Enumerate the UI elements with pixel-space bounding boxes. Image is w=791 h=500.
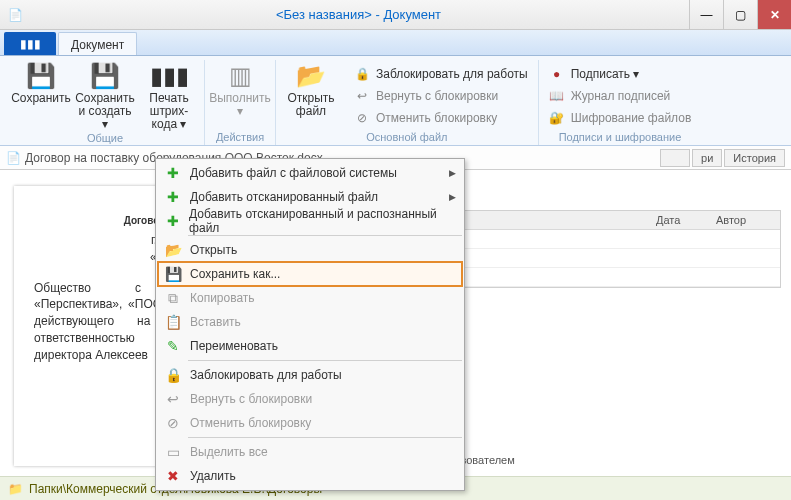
save-icon: 💾 <box>26 62 56 90</box>
sign-button[interactable]: ●Подписать ▾ <box>545 64 696 84</box>
return-icon: ↩ <box>354 89 370 103</box>
folder-open-icon: 📂 <box>296 62 326 90</box>
save-and-create-button[interactable]: 💾Сохранить и создать ▾ <box>76 60 134 132</box>
context-menu: ✚Добавить файл с файловой системы▶ ✚Доба… <box>155 158 465 491</box>
close-button[interactable]: ✕ <box>757 0 791 29</box>
ctx-copy[interactable]: ⧉Копировать <box>158 286 462 310</box>
group-label: Общие <box>12 132 198 146</box>
ctx-rename[interactable]: ✎Переименовать <box>158 334 462 358</box>
minitab-history[interactable]: История <box>724 149 785 167</box>
chevron-right-icon: ▶ <box>449 168 456 178</box>
save-create-icon: 💾 <box>90 62 120 90</box>
tab-document[interactable]: Документ <box>58 32 137 55</box>
stamp-icon: ● <box>549 67 565 81</box>
open-file-button[interactable]: 📂Открыть файл <box>282 60 340 128</box>
print-barcode-button[interactable]: ▮▮▮Печать штрих-кода ▾ <box>140 60 198 132</box>
journal-icon: 📖 <box>549 89 565 103</box>
group-label: Действия <box>211 131 269 145</box>
return-from-lock-button[interactable]: ↩Вернуть с блокировки <box>350 86 532 106</box>
open-icon: 📂 <box>164 242 182 258</box>
ctx-unlock-cancel[interactable]: ⊘Отменить блокировку <box>158 411 462 435</box>
select-all-icon: ▭ <box>164 444 182 460</box>
ctx-select-all[interactable]: ▭Выделить все <box>158 440 462 464</box>
ctx-paste[interactable]: 📋Вставить <box>158 310 462 334</box>
maximize-button[interactable]: ▢ <box>723 0 757 29</box>
window-title: <Без названия> - Документ <box>28 7 689 22</box>
minimize-button[interactable]: — <box>689 0 723 29</box>
return-icon: ↩ <box>164 391 182 407</box>
doc-icon: 📄 <box>6 151 21 165</box>
barcode-icon: ▮▮▮ <box>150 62 189 90</box>
execute-icon: ▥ <box>229 62 252 90</box>
save-icon: 💾 <box>164 266 182 282</box>
folder-icon: 📁 <box>8 482 23 496</box>
lock-icon: 🔐 <box>549 111 565 125</box>
group-label: Основной файл <box>282 131 532 145</box>
cancel-icon: ⊘ <box>354 111 370 125</box>
ctx-add-scan[interactable]: ✚Добавить отсканированный файл▶ <box>158 185 462 209</box>
minitab[interactable] <box>660 149 690 167</box>
col-author[interactable]: Автор <box>710 211 780 229</box>
paste-icon: 📋 <box>164 314 182 330</box>
group-label: Подписи и шифрование <box>545 131 696 145</box>
cancel-lock-button[interactable]: ⊘Отменить блокировку <box>350 108 532 128</box>
encrypt-button[interactable]: 🔐Шифрование файлов <box>545 108 696 128</box>
ctx-unlock-return[interactable]: ↩Вернуть с блокировки <box>158 387 462 411</box>
signature-journal-button[interactable]: 📖Журнал подписей <box>545 86 696 106</box>
minitab[interactable]: ри <box>692 149 722 167</box>
delete-icon: ✖ <box>164 468 182 484</box>
save-button[interactable]: 💾Сохранить <box>12 60 70 132</box>
ribbon-tabs: ▮▮▮ Документ <box>0 30 791 56</box>
rename-icon: ✎ <box>164 338 182 354</box>
chevron-right-icon: ▶ <box>449 192 456 202</box>
ctx-save-as[interactable]: 💾Сохранить как... <box>158 262 462 286</box>
execute-button[interactable]: ▥Выполнить ▾ <box>211 60 269 118</box>
add-scan-ocr-icon: ✚ <box>164 213 181 229</box>
app-icon: 📄 <box>8 8 28 22</box>
lock-button[interactable]: 🔒Заблокировать для работы <box>350 64 532 84</box>
add-scan-icon: ✚ <box>164 189 182 205</box>
ctx-open[interactable]: 📂Открыть <box>158 238 462 262</box>
add-file-icon: ✚ <box>164 165 182 181</box>
ctx-lock[interactable]: 🔒Заблокировать для работы <box>158 363 462 387</box>
cancel-icon: ⊘ <box>164 415 182 431</box>
lock-icon: 🔒 <box>354 67 370 81</box>
ctx-add-file[interactable]: ✚Добавить файл с файловой системы▶ <box>158 161 462 185</box>
copy-icon: ⧉ <box>164 290 182 307</box>
file-tab[interactable]: ▮▮▮ <box>4 32 56 55</box>
col-date[interactable]: Дата <box>650 211 710 229</box>
ribbon: 💾Сохранить 💾Сохранить и создать ▾ ▮▮▮Печ… <box>0 56 791 146</box>
ctx-delete[interactable]: ✖Удалить <box>158 464 462 488</box>
ctx-add-scan-ocr[interactable]: ✚Добавить отсканированный и распознанный… <box>158 209 462 233</box>
titlebar: 📄 <Без названия> - Документ — ▢ ✕ <box>0 0 791 30</box>
lock-icon: 🔒 <box>164 367 182 383</box>
